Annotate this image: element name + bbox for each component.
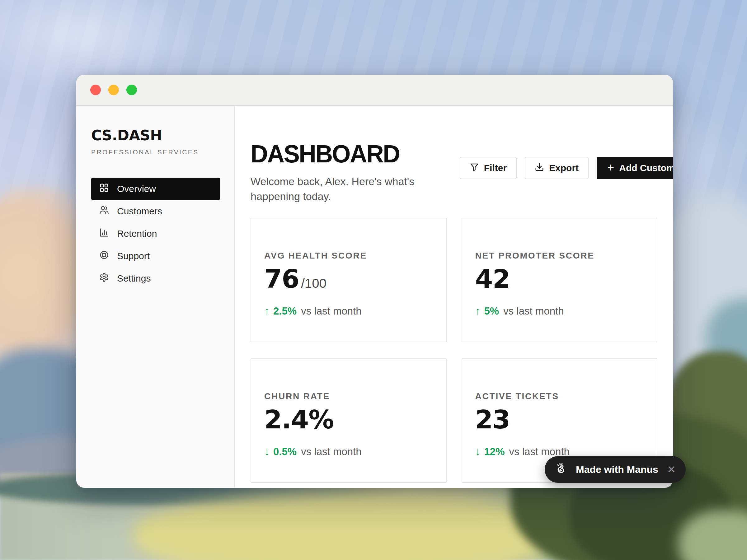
metric-cards-grid: AVG HEALTH SCORE 76 /100 ↑ 2.5% vs last … [251,218,658,483]
sidebar-item-label: Customers [117,206,162,216]
card-value: 23 [475,406,510,433]
users-icon [99,205,109,217]
bar-chart-icon [99,228,109,240]
sidebar: CS.DASH PROFESSIONAL SERVICES Overview [76,106,235,487]
sidebar-item-label: Retention [117,229,157,239]
traffic-lights [90,85,137,95]
gear-icon [99,272,109,284]
sidebar-item-support[interactable]: Support [91,245,220,267]
sidebar-item-retention[interactable]: Retention [91,222,220,245]
yellow-field [134,495,554,560]
minimize-window-button[interactable] [108,85,119,95]
trend-down-arrow-icon: ↓ [475,446,481,458]
sidebar-item-overview[interactable]: Overview [91,178,220,200]
change-note: vs last month [301,446,361,458]
change-percent: 0.5% [273,446,297,458]
card-label: AVG HEALTH SCORE [264,251,434,261]
sidebar-item-settings[interactable]: Settings [91,267,220,290]
trend-up-arrow-icon: ↑ [264,305,269,317]
life-buoy-icon [99,250,109,262]
dashboard-grid-icon [99,183,109,195]
sidebar-item-label: Settings [117,273,151,284]
app-window: CS.DASH PROFESSIONAL SERVICES Overview [76,75,673,488]
window-titlebar [76,75,673,106]
change-note: vs last month [503,305,564,317]
change-note: vs last month [301,305,361,317]
card-label: ACTIVE TICKETS [475,391,645,401]
change-note: vs last month [509,446,570,458]
filter-button-label: Filter [484,163,507,173]
sidebar-item-customers[interactable]: Customers [91,200,220,222]
trend-up-arrow-icon: ↑ [475,305,481,317]
main-content: DASHBOARD Welcome back, Alex. Here's wha… [235,106,673,487]
header-actions: Filter Export + Add Customer [460,157,673,179]
close-window-button[interactable] [90,85,101,95]
plus-icon: + [607,161,614,173]
made-with-manus-label: Made with Manus [576,464,658,475]
app-logo: CS.DASH [91,128,220,143]
change-percent: 5% [484,305,499,317]
change-percent: 2.5% [273,305,297,317]
export-button-label: Export [549,163,578,173]
card-value: 2.4% [264,406,334,433]
manus-snap-hand-icon [555,462,569,477]
change-percent: 12% [484,446,505,458]
card-churn-rate: CHURN RATE 2.4% ↓ 0.5% vs last month [251,358,447,483]
filter-button[interactable]: Filter [460,157,517,179]
add-customer-button[interactable]: + Add Customer [597,157,673,179]
card-value: 42 [475,266,510,292]
sidebar-item-label: Support [117,251,150,261]
card-label: CHURN RATE [264,391,434,401]
card-avg-health-score: AVG HEALTH SCORE 76 /100 ↑ 2.5% vs last … [251,218,447,342]
export-button[interactable]: Export [525,157,589,179]
card-value: 76 [264,266,299,292]
close-icon[interactable]: ✕ [667,463,676,476]
sidebar-nav: Overview Customers Rete [91,178,220,290]
made-with-manus-badge[interactable]: Made with Manus ✕ [545,456,686,483]
add-customer-button-label: Add Customer [619,163,673,173]
zoom-window-button[interactable] [126,85,137,95]
card-net-promoter-score: NET PROMOTER SCORE 42 ↑ 5% vs last month [462,218,658,342]
download-icon [535,162,544,174]
card-label: NET PROMOTER SCORE [475,251,645,261]
trend-down-arrow-icon: ↓ [264,446,269,458]
card-value-suffix: /100 [301,276,327,291]
app-tagline: PROFESSIONAL SERVICES [91,149,220,156]
sidebar-item-label: Overview [117,184,156,194]
welcome-subtitle: Welcome back, Alex. Here's what's happen… [251,174,430,204]
filter-funnel-icon [470,162,479,174]
